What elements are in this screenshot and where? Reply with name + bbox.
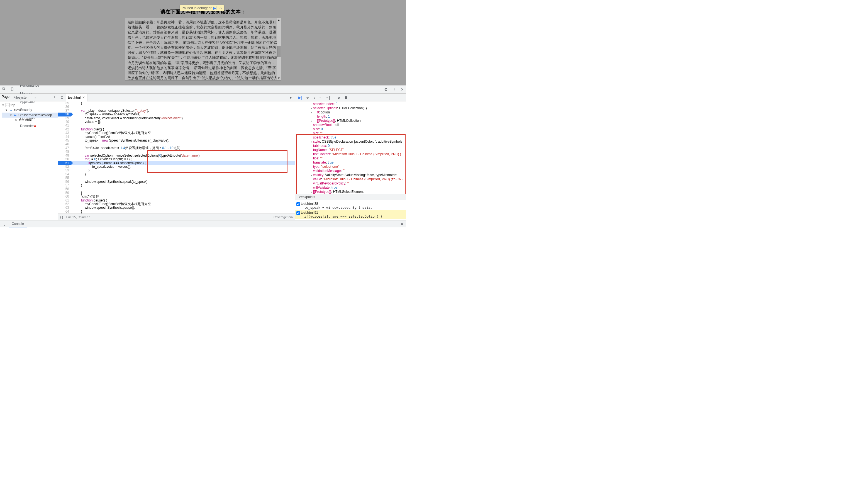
nav-tab-more-icon[interactable]: » [34, 96, 36, 99]
code-line[interactable]: 50 for(i = 0; i < voices.length; i++) { [58, 157, 295, 161]
nav-tab-filesystem[interactable]: Filesystem [13, 96, 29, 99]
drawer-close-icon[interactable]: ✕ [398, 222, 406, 226]
code-line[interactable]: 54 } [58, 173, 295, 176]
code-line[interactable]: 48 [58, 150, 295, 154]
tree-file[interactable]: 🗎 test.html [2, 118, 58, 123]
scope-row[interactable]: shadowRoot: null [295, 123, 406, 127]
scope-row[interactable]: ▸validity: ValidityState {valueMissing: … [295, 173, 406, 177]
scope-panel[interactable]: selectedIndex: 0▾selectedOptions: HTMLCo… [295, 101, 406, 194]
file-tree: ▾▭ top ▾☁ file:// ▾🖿 C:/Users/user/Deskt… [0, 101, 58, 123]
code-line[interactable]: 64 } [58, 210, 295, 213]
step-out-icon[interactable]: ↑ [319, 95, 321, 100]
devtools-panel: ElementsConsoleSourcesNetworkPerformance… [0, 85, 406, 220]
deactivate-bp-icon[interactable]: ⌀ [338, 95, 340, 100]
scope-row[interactable]: size: 0 [295, 127, 406, 131]
code-line[interactable]: 43 myCheckFunc();"cmt">//检查文本框是否为空 [58, 131, 295, 135]
scope-row[interactable]: willValidate: true [295, 186, 406, 190]
code-line[interactable]: 37 var _play = document.querySelector(".… [58, 109, 295, 113]
svg-rect-0 [11, 88, 13, 91]
console-tab[interactable]: Console [9, 220, 27, 228]
code-line[interactable]: 61 function pause() { [58, 199, 295, 202]
scope-row[interactable]: tagName: "SELECT" [295, 148, 406, 152]
scope-row[interactable]: spellcheck: true [295, 135, 406, 140]
tree-top-label: top [10, 103, 15, 107]
scope-row[interactable]: tabIndex: 0 [295, 144, 406, 148]
breakpoint-item[interactable]: test.html:51if(voices[i].name === select… [295, 210, 406, 219]
step-icon[interactable]: →| [325, 95, 330, 100]
scope-row[interactable]: ▸[[Prototype]]: HTMLCollection [295, 119, 406, 123]
kebab-icon[interactable]: ⋮ [390, 87, 398, 92]
bp-checkbox[interactable] [297, 211, 300, 215]
code-line[interactable]: 41 [58, 124, 295, 127]
close-devtools-icon[interactable]: ✕ [398, 87, 406, 92]
paused-label: Paused in debugger [182, 6, 211, 10]
bp-checkbox[interactable] [297, 202, 300, 206]
code-line[interactable]: 60 "cmt">//暂停 [58, 195, 295, 199]
code-line[interactable]: 36 [58, 105, 295, 109]
tree-origin[interactable]: ▾☁ file:// [2, 108, 58, 113]
scope-row[interactable]: validationMessage: "" [295, 169, 406, 173]
settings-icon[interactable]: ⚙ [382, 87, 390, 92]
step-into-icon[interactable]: ↓ [313, 95, 315, 100]
textarea-content: 层白皑皑的浓霜；可是再定神一看，四周的环境告诉他，这不是霜痕而是月色。月色不免吸… [128, 20, 277, 81]
page-textarea[interactable]: 层白皑皑的浓霜；可是再定神一看，四周的环境告诉他，这不是霜痕而是月色。月色不免吸… [125, 18, 281, 81]
scope-row[interactable]: ▸style: CSSStyleDeclaration {accentColor… [295, 140, 406, 144]
scope-row[interactable]: ▾selectedOptions: HTMLCollection(1) [295, 106, 406, 110]
code-line[interactable]: 58 [58, 187, 295, 191]
code-line[interactable]: 62 myCheckFunc();"cmt">//检查文本框是否为空 [58, 202, 295, 206]
toggle-navigator-icon[interactable]: ⊡ [58, 96, 66, 99]
scope-row[interactable]: translate: true [295, 160, 406, 165]
pretty-print-icon[interactable]: { } [60, 215, 63, 219]
code-line[interactable]: 63 window.speechSynthesis.pause(); [58, 206, 295, 210]
nav-tab-page[interactable]: Page [2, 95, 9, 100]
device-icon[interactable] [8, 87, 17, 92]
file-tab[interactable]: test.html ✕ [66, 94, 88, 101]
inspect-icon[interactable] [0, 87, 8, 92]
scope-row[interactable]: type: "select-one" [295, 165, 406, 169]
scope-row[interactable]: ▸0: option [295, 110, 406, 115]
resume-icon[interactable]: ▶| [298, 95, 302, 100]
code-line[interactable]: 59 } [58, 191, 295, 195]
scope-row[interactable]: ▸[[Prototype]]: HTMLSelectElement [295, 190, 406, 194]
code-line[interactable]: 35 } [58, 101, 295, 105]
code-line[interactable]: 39 dataName, voiceSelect = document.quer… [58, 117, 295, 120]
code-lines[interactable]: 35 }3637 var _play = document.querySelec… [58, 101, 295, 213]
code-line[interactable]: 57 } [58, 184, 295, 187]
scope-row[interactable]: textContent: "Microsoft Huihui - Chinese… [295, 152, 406, 156]
scope-row[interactable]: virtualKeyboardPolicy: "" [295, 181, 406, 186]
tree-folder[interactable]: ▾🖿 C:/Users/user/Desktop [2, 113, 58, 118]
breakpoint-item[interactable]: test.html:38to_speak = window.speechSynt… [295, 201, 406, 210]
code-line[interactable]: 55 [58, 176, 295, 180]
code-line[interactable]: 51 if(voices[i].name === selectedOption)… [58, 161, 295, 165]
scope-row[interactable]: title: "" [295, 156, 406, 160]
code-line[interactable]: 56 window.speechSynthesis.speak(to_speak… [58, 180, 295, 184]
code-line[interactable]: 53 } [58, 169, 295, 172]
breakpoints-header[interactable]: Breakpoints [295, 194, 406, 200]
breakpoints-list: test.html:38to_speak = window.speechSynt… [295, 200, 406, 220]
step-over-icon[interactable]: ⤼ [306, 95, 309, 100]
overlay-step-icon[interactable]: ⤼ [219, 6, 222, 10]
pause-exc-icon[interactable]: ⏸ [344, 95, 348, 100]
tree-folder-label: C:/Users/user/Desktop [19, 113, 52, 117]
scope-row[interactable]: selectedIndex: 0 [295, 102, 406, 106]
code-line[interactable]: 49 var selectedOption = voiceSelect.sele… [58, 154, 295, 157]
code-line[interactable]: 38 to_speak = window.speechSynthesis, [58, 113, 295, 116]
code-line[interactable]: 40 voices = []; [58, 120, 295, 124]
nav-kebab-icon[interactable]: ⋮ [53, 96, 56, 99]
code-line[interactable]: 42 function play() { [58, 128, 295, 131]
code-line[interactable]: 45 to_speak = new SpeechSynthesisUtteran… [58, 139, 295, 143]
tree-top[interactable]: ▾▭ top [2, 102, 58, 108]
cursor-position: Line 95, Column 1 [66, 215, 91, 219]
run-snippet-icon[interactable]: ▸ [287, 96, 295, 99]
code-line[interactable]: 46 [58, 143, 295, 146]
scope-row[interactable]: value: "Microsoft Huihui - Chinese (Simp… [295, 177, 406, 181]
code-line[interactable]: 52 to_speak.voice = voices[i]; [58, 165, 295, 169]
code-line[interactable]: 47 "cmt">//to_speak.rate = 1.4;// 设置播放语速… [58, 146, 295, 150]
scope-row[interactable]: slot: "" [295, 131, 406, 135]
drawer-kebab-icon[interactable]: ⋮ [0, 222, 9, 226]
file-tab-close-icon[interactable]: ✕ [82, 96, 85, 99]
scope-row[interactable]: length: 1 [295, 115, 406, 119]
textarea-scrollbar[interactable]: ▲▼ [277, 18, 281, 80]
overlay-resume-icon[interactable]: ▶| [213, 6, 217, 10]
code-line[interactable]: 44 cancel(); "cmt">// [58, 135, 295, 139]
